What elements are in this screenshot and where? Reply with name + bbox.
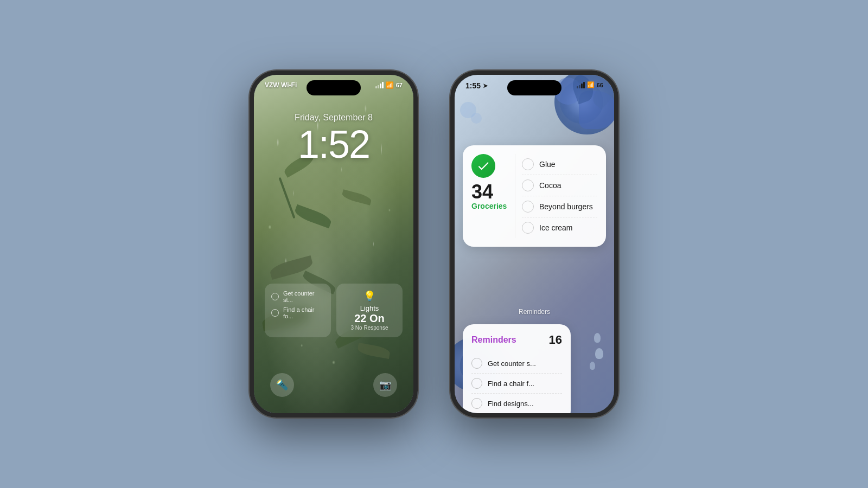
grocery-item-text-1: Glue xyxy=(539,160,556,169)
groceries-widget: 34 Groceries Glue Cocoa xyxy=(463,145,606,247)
wifi-icon: 📶 xyxy=(386,81,394,89)
lights-title: Lights xyxy=(343,304,396,312)
flashlight-icon[interactable]: 🔦 xyxy=(270,373,294,397)
phone-1: VZW Wi-Fi 📶 67 Friday, September 8 1:52 xyxy=(250,70,418,418)
status-left-2: 1:55 ➤ xyxy=(465,81,488,90)
grocery-left-section: 34 Groceries xyxy=(471,154,515,238)
reminder-item-2: Find a chair fo... xyxy=(271,306,324,319)
item-circle-2 xyxy=(522,179,534,191)
reminder-item-text-2: Find a chair f... xyxy=(488,380,534,388)
lock-reminders-widget: Get counter st... Find a chair fo... xyxy=(265,284,331,337)
status-right: 📶 67 xyxy=(375,81,403,89)
reminder-text-2: Find a chair fo... xyxy=(283,306,324,319)
signal-icon xyxy=(375,82,384,88)
rem-circle-1 xyxy=(471,358,482,369)
grocery-item-4: Ice cream xyxy=(522,217,597,238)
lights-on-count: 22 On xyxy=(343,312,396,325)
reminder-item-1: Get counter st... xyxy=(271,290,324,303)
reminder-text-1: Get counter st... xyxy=(283,290,324,303)
lock-date: Friday, September 8 xyxy=(254,113,413,123)
reminders-svg-icon xyxy=(476,159,490,173)
lights-no-response: 3 No Response xyxy=(343,325,396,331)
reminders-widget: Reminders 16 Get counter s... Find a cha… xyxy=(463,324,571,413)
lock-lights-widget: 💡 Lights 22 On 3 No Response xyxy=(336,284,403,337)
grocery-content: 34 Groceries Glue Cocoa xyxy=(471,154,597,238)
phone-2: 1:55 ➤ 📶 66 xyxy=(450,70,618,418)
reminder-item-2: Find a chair f... xyxy=(471,374,562,394)
reminder-item-text-3: Find designs... xyxy=(488,400,534,408)
grocery-item-1: Glue xyxy=(522,154,597,175)
item-circle-3 xyxy=(522,201,534,213)
camera-icon[interactable]: 📷 xyxy=(373,373,397,397)
grocery-item-2: Cocoa xyxy=(522,175,597,196)
wifi-icon-2: 📶 xyxy=(587,81,595,88)
rem-circle-2 xyxy=(471,378,482,389)
grocery-items-list: Glue Cocoa Beyond burgers Ice cream xyxy=(515,154,597,238)
reminder-item-1: Get counter s... xyxy=(471,354,562,374)
grocery-item-3: Beyond burgers xyxy=(522,196,597,217)
groceries-widget-label: Reminders xyxy=(455,308,614,316)
grocery-stats: 34 Groceries xyxy=(471,182,515,210)
reminder-circle-2 xyxy=(271,309,279,317)
lock-bottom-controls: 🔦 📷 xyxy=(254,373,413,397)
grocery-label: Groceries xyxy=(471,202,515,210)
lock-time: 1:52 xyxy=(254,125,413,164)
dynamic-island xyxy=(307,80,361,95)
reminders-count: 16 xyxy=(549,333,562,347)
grocery-item-text-3: Beyond burgers xyxy=(539,202,593,211)
battery-label-2: 66 xyxy=(597,82,603,88)
status-left: VZW Wi-Fi xyxy=(265,81,297,89)
grocery-item-text-4: Ice cream xyxy=(539,223,572,232)
reminders-title: Reminders xyxy=(471,335,516,345)
grocery-count: 34 xyxy=(471,182,515,202)
reminder-item-3: Find designs... xyxy=(471,394,562,413)
time-label-2: 1:55 xyxy=(465,81,481,90)
lights-icon: 💡 xyxy=(343,290,396,302)
dynamic-island-2 xyxy=(507,80,561,95)
battery-label: 67 xyxy=(396,82,403,88)
grocery-item-text-2: Cocoa xyxy=(539,181,561,190)
lock-screen-content: Friday, September 8 1:52 xyxy=(254,113,413,164)
reminder-item-text-1: Get counter s... xyxy=(488,359,536,368)
reminders-header: Reminders 16 xyxy=(471,333,562,347)
item-circle-4 xyxy=(522,222,534,234)
grocery-app-icon xyxy=(471,154,495,178)
item-circle-1 xyxy=(522,158,534,170)
reminder-circle-1 xyxy=(271,293,279,300)
signal-icon-2 xyxy=(577,82,585,88)
location-icon: ➤ xyxy=(483,82,488,89)
rem-circle-3 xyxy=(471,398,482,409)
carrier-label: VZW Wi-Fi xyxy=(265,81,297,89)
lock-widgets: Get counter st... Find a chair fo... 💡 L… xyxy=(265,284,403,337)
status-right-2: 📶 66 xyxy=(577,81,603,88)
